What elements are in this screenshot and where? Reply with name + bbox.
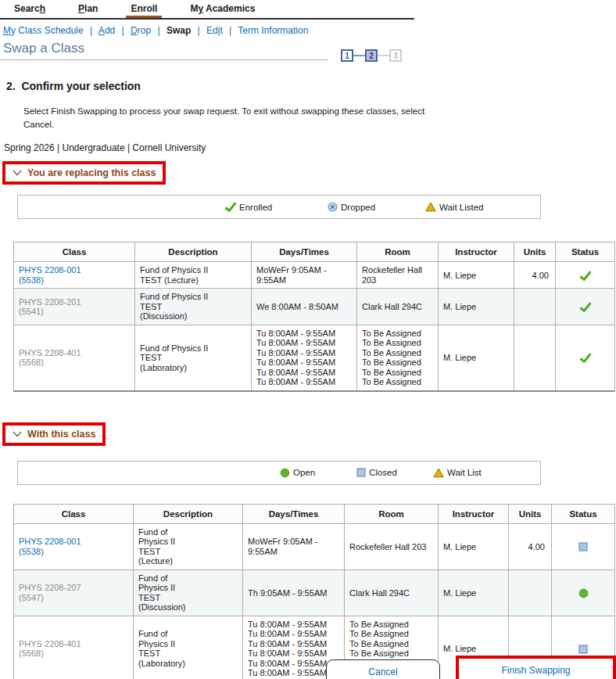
with-section-header[interactable]: With this class <box>5 426 102 443</box>
col-header-instructor: Instructor <box>439 242 514 262</box>
status-cell <box>552 569 615 616</box>
tab-search[interactable]: Search <box>9 0 50 18</box>
table-header-row: Class Description Days/Times Room Instru… <box>14 242 615 262</box>
table-row: PHYS 2208-001 (5538) Fund of Physics II … <box>14 262 615 289</box>
status-cell <box>556 262 615 289</box>
title-divider <box>0 59 328 60</box>
instructor-cell: M. Liepe <box>439 569 509 616</box>
tab-enroll[interactable]: Enroll <box>126 0 162 18</box>
closed-square-icon <box>356 468 366 477</box>
dropped-circle-x-icon <box>328 202 338 212</box>
table-row: PHYS 2208-201 (5541) Fund of Physics II … <box>14 289 615 325</box>
collapse-chevron-icon <box>13 170 22 176</box>
units-cell: 4.00 <box>514 262 556 289</box>
col-header-days-times: Days/Times <box>252 242 357 262</box>
subnav-separator: | <box>225 25 235 36</box>
waitlist-triangle-icon <box>425 202 436 212</box>
col-header-days-times: Days/Times <box>243 504 345 523</box>
description-cell: Fund of Physics II TEST (Lecture) <box>134 523 243 569</box>
tab-label-part: M <box>190 3 198 14</box>
enrolled-check-icon <box>580 302 591 312</box>
legend-label: Wait Listed <box>439 203 483 212</box>
units-cell <box>509 569 552 616</box>
room-cell: Rockefeller Hall 203 <box>357 262 439 289</box>
legend-item-wait-listed: Wait Listed <box>425 196 483 218</box>
table-row: PHYS 2208-401 (5568) Fund of Physics II … <box>14 325 615 391</box>
subnav-separator: | <box>118 25 128 36</box>
days-times-cell: Tu 8:00AM - 9:55AM Tu 8:00AM - 9:55AM Tu… <box>252 325 357 391</box>
subnav-link-drop[interactable]: Drop <box>131 25 151 36</box>
annotation-highlight-finish: Finish Swapping <box>456 656 616 679</box>
col-header-units: Units <box>509 504 552 523</box>
subnav-current-swap: Swap <box>167 25 191 36</box>
finish-swapping-button[interactable]: Finish Swapping <box>459 659 613 679</box>
subnav-link-add[interactable]: Add <box>98 25 115 36</box>
col-header-instructor: Instructor <box>439 504 509 523</box>
tab-label-part: Academics <box>203 3 255 14</box>
instructor-cell: M. Liepe <box>439 325 514 391</box>
tab-bar: Search Plan Enroll My Academics <box>0 0 414 20</box>
legend-label: Dropped <box>341 203 375 212</box>
replacing-section-header[interactable]: You are replacing this class <box>5 164 163 181</box>
tab-label-part: lan <box>84 3 98 14</box>
days-times-cell: Th 9:05AM - 9:55AM <box>243 569 345 616</box>
page-title: Swap a Class <box>3 41 84 56</box>
class-cell: PHYS 2208-201 (5541) <box>14 289 135 325</box>
class-link[interactable]: PHYS 2208-001 (5538) <box>19 537 81 556</box>
with-section-title: With this class <box>27 429 95 440</box>
legend-label: Enrolled <box>239 203 272 212</box>
col-header-units: Units <box>514 242 556 262</box>
class-link[interactable]: PHYS 2208-001 (5538) <box>19 265 81 285</box>
step-indicator: 1 2 3 <box>341 49 402 62</box>
term-info: Spring 2026 | Undergraduate | Cornell Un… <box>4 142 616 153</box>
legend-item-enrolled: Enrolled <box>225 196 272 218</box>
room-cell: Rockefeller Hall 203 <box>345 523 439 569</box>
enrollment-status-legend: Enrolled Dropped Wait Listed <box>17 195 541 219</box>
tab-my-academics[interactable]: My Academics <box>185 0 260 18</box>
description-cell: Fund of Physics II TEST (Lecture) <box>135 262 252 289</box>
status-cell <box>556 289 615 325</box>
instructor-cell: M. Liepe <box>439 289 514 325</box>
col-header-description: Description <box>135 242 252 262</box>
subnav-label-part: D <box>131 25 138 36</box>
subnav-label-part: Ed <box>206 25 218 36</box>
legend-label: Wait List <box>447 468 482 477</box>
table-row: PHYS 2208-001 (5538) Fund of Physics II … <box>14 523 615 569</box>
tab-label-part: Searc <box>14 3 40 14</box>
replacing-section-title: You are replacing this class <box>27 167 156 178</box>
collapse-chevron-icon <box>13 431 22 437</box>
confirm-selection-heading: 2. Confirm your selection <box>6 80 616 92</box>
col-header-room: Room <box>345 504 439 523</box>
replacing-class-table: Class Description Days/Times Room Instru… <box>13 242 615 392</box>
subnav-link-edit[interactable]: Edit <box>206 25 223 36</box>
legend-label: Closed <box>369 468 397 477</box>
table-header-row: Class Description Days/Times Room Instru… <box>14 504 615 523</box>
open-circle-icon <box>578 588 589 598</box>
enrolled-check-icon <box>580 271 591 281</box>
col-header-description: Description <box>134 504 243 523</box>
enroll-subnav: My Class Schedule | Add | Drop | Swap | … <box>3 25 616 36</box>
room-cell: Clark Hall 294C <box>357 289 439 325</box>
annotation-highlight-with: With this class <box>2 422 106 446</box>
col-header-status: Status <box>556 242 615 262</box>
legend-item-open: Open <box>280 462 315 484</box>
closed-square-icon <box>578 645 588 654</box>
annotation-highlight-replacing: You are replacing this class <box>2 161 166 185</box>
instructions-text: Select Finish Swapping to process your s… <box>23 105 539 131</box>
class-cell: PHYS 2208-207 (5547) <box>14 569 134 616</box>
subnav-link-my-class-schedule[interactable]: My Class Schedule <box>3 25 84 36</box>
description-cell: Fund of Physics II TEST (Discussion) <box>135 289 252 325</box>
legend-item-dropped: Dropped <box>328 196 375 218</box>
tab-label-part: Enroll <box>131 3 157 14</box>
step-connector <box>378 55 389 56</box>
subnav-link-term-information[interactable]: Term Information <box>238 25 308 36</box>
enrolled-check-icon <box>580 353 591 363</box>
units-cell <box>514 289 556 325</box>
cancel-button[interactable]: Cancel <box>326 659 440 679</box>
subnav-label-part: t <box>220 25 222 36</box>
col-header-class: Class <box>14 504 134 523</box>
description-cell: Fund of Physics II TEST (Discussion) <box>134 569 243 616</box>
tab-plan[interactable]: Plan <box>73 0 102 18</box>
instructor-cell: M. Liepe <box>439 523 509 569</box>
subnav-label-part: A <box>98 25 105 36</box>
